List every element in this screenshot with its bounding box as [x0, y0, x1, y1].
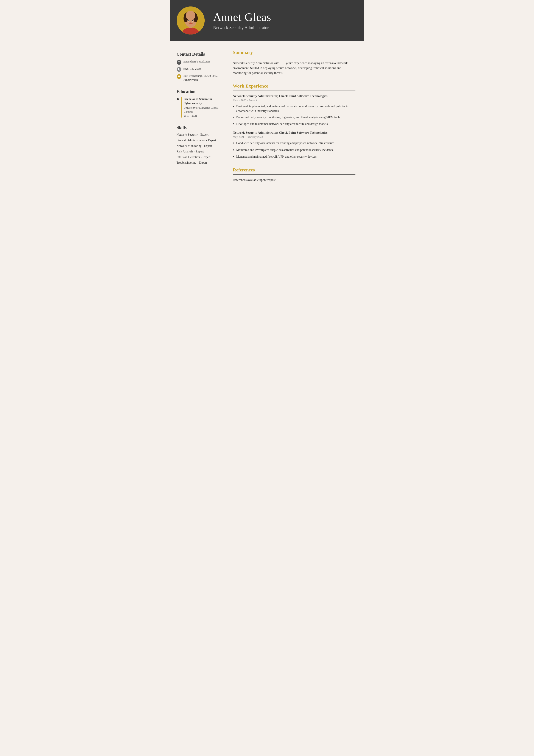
job-title-0: Network Security Administrator, Check Po…: [233, 94, 355, 98]
contact-address-item: East Trishaburgh, 65770-7012, Pennsylvan…: [177, 74, 221, 82]
phone-text: (826) 147 2538: [184, 67, 201, 71]
job-item-0: Network Security Administrator, Check Po…: [233, 94, 355, 127]
header-text: Annet Gleas Network Security Administrat…: [213, 11, 355, 30]
resume-document: Annet Gleas Network Security Administrat…: [170, 0, 364, 274]
svg-point-9: [188, 20, 189, 21]
contact-title: Contact Details: [177, 52, 221, 57]
skill-item-1: Firewall Administration - Expert: [177, 139, 221, 142]
email-icon: [177, 60, 181, 65]
contact-phone-item: (826) 147 2538: [177, 67, 221, 72]
email-link[interactable]: annetgleas@gmail.com: [184, 60, 210, 63]
summary-divider: [233, 57, 355, 57]
skill-item-3: Risk Analysis - Expert: [177, 150, 221, 153]
resume-header: Annet Gleas Network Security Administrat…: [170, 0, 364, 41]
sidebar: Contact Details annetgleas@gmail.com: [170, 41, 226, 198]
skill-item-5: Troubleshooting - Expert: [177, 161, 221, 165]
job-bullets-0: Designed, implemented, and maintained co…: [233, 104, 355, 127]
job-bullet-1-1: Monitored and investigated suspicious ac…: [233, 148, 355, 153]
contact-email-item: annetgleas@gmail.com: [177, 60, 221, 65]
references-text: References available upon request: [233, 178, 355, 182]
job-dates-0: March 2023 - Present: [233, 98, 355, 102]
job-title-1: Network Security Administrator, Check Po…: [233, 131, 355, 135]
svg-point-11: [190, 22, 191, 23]
job-bullet-0-0: Designed, implemented, and maintained co…: [233, 104, 355, 113]
job-dates-1: May 2021 - February 2023: [233, 135, 355, 139]
edu-degree: Bachelor of Science in Cybersecurity: [184, 97, 221, 105]
location-icon: [177, 74, 181, 79]
candidate-title: Network Security Administrator: [213, 25, 355, 30]
summary-text: Network Security Administrator with 10+ …: [233, 61, 355, 76]
job-bullet-1-2: Managed and maintained firewall, VPN and…: [233, 154, 355, 159]
summary-section: Summary Network Security Administrator w…: [233, 50, 355, 76]
references-section: References References available upon req…: [233, 167, 355, 182]
references-title: References: [233, 167, 355, 173]
job-item-1: Network Security Administrator, Check Po…: [233, 131, 355, 159]
contact-section: Contact Details annetgleas@gmail.com: [177, 52, 221, 82]
job-bullet-0-1: Performed daily security monitoring, log…: [233, 115, 355, 120]
svg-point-10: [192, 20, 193, 21]
job-bullet-1-0: Conducted security assessments for exist…: [233, 141, 355, 146]
edu-bullet: [177, 98, 179, 100]
education-section: Education Bachelor of Science in Cyberse…: [177, 89, 221, 118]
svg-point-6: [193, 14, 198, 22]
address-text: East Trishaburgh, 65770-7012, Pennsylvan…: [184, 74, 221, 82]
main-content: Summary Network Security Administrator w…: [226, 41, 364, 198]
svg-point-14: [179, 76, 179, 76]
skills-title: Skills: [177, 125, 221, 130]
skill-item-2: Network Monitoring - Expert: [177, 144, 221, 148]
edu-years: 2017 - 2021: [184, 114, 221, 118]
education-title: Education: [177, 89, 221, 94]
candidate-name: Annet Gleas: [213, 11, 355, 23]
education-item: Bachelor of Science in Cybersecurity Uni…: [177, 97, 221, 118]
work-experience-section: Work Experience Network Security Adminis…: [233, 83, 355, 160]
skills-section: Skills Network Security - Expert Firewal…: [177, 125, 221, 165]
summary-title: Summary: [233, 50, 355, 55]
profile-photo: [177, 7, 205, 35]
phone-icon: [177, 67, 181, 72]
job-bullets-1: Conducted security assessments for exist…: [233, 141, 355, 159]
svg-point-12: [189, 23, 192, 24]
job-bullet-0-2: Developed and maintained network securit…: [233, 122, 355, 126]
skill-item-0: Network Security - Expert: [177, 133, 221, 137]
svg-point-5: [184, 14, 188, 22]
work-experience-title: Work Experience: [233, 83, 355, 89]
skill-item-4: Intrusion Detection - Expert: [177, 155, 221, 159]
resume-body: Contact Details annetgleas@gmail.com: [170, 41, 364, 198]
avatar: [177, 7, 205, 35]
edu-school: University of Maryland Global Campus: [184, 106, 221, 114]
edu-content: Bachelor of Science in Cybersecurity Uni…: [181, 97, 221, 118]
work-experience-divider: [233, 91, 355, 91]
